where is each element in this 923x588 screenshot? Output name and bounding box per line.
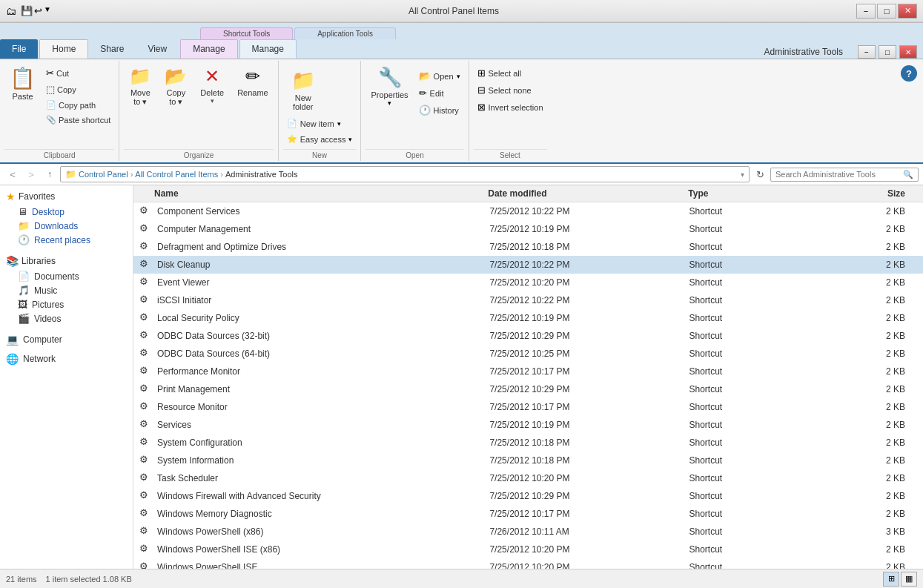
file-row[interactable]: ⚙Performance Monitor7/25/2012 10:17 PMSh… [133, 363, 923, 380]
copy-to-button[interactable]: 📂 Copy to ▾ [159, 62, 192, 110]
back-button[interactable]: < [4, 166, 21, 182]
invert-selection-button[interactable]: ⊠ Invert selection [474, 99, 547, 115]
edit-button[interactable]: ✏ Edit [415, 85, 464, 101]
file-size: 2 KB [822, 437, 917, 448]
file-row[interactable]: ⚙Computer Management7/25/2012 10:19 PMSh… [133, 220, 923, 238]
properties-button[interactable]: 🔧 Properties ▾ [365, 62, 413, 110]
paste-shortcut-button[interactable]: 📎 Paste shortcut [42, 113, 114, 127]
file-size: 2 KB [822, 242, 917, 252]
move-to-button[interactable]: 📁 Move to ▾ [124, 62, 156, 110]
sidebar-item-videos[interactable]: 🎬 Videos [0, 311, 133, 326]
file-row[interactable]: ⚙Windows Memory Diagnostic7/25/2012 10:1… [133, 505, 923, 523]
organize-label: Organize [124, 149, 273, 159]
minimize-button[interactable]: − [856, 4, 876, 19]
file-size: 2 KB [822, 206, 917, 217]
details-view-button[interactable]: ⊞ [883, 572, 899, 587]
sidebar-item-computer[interactable]: 💻 Computer [0, 331, 133, 348]
path-all-items[interactable]: All Control Panel Items [135, 170, 218, 179]
undo-button[interactable]: ↩ [34, 5, 42, 16]
copy-label: Copy [57, 85, 76, 94]
sidebar-item-network[interactable]: 🌐 Network [0, 351, 133, 367]
delete-button[interactable]: ✕ Delete ▾ [195, 62, 229, 108]
sub-close[interactable]: ✕ [899, 45, 917, 59]
libraries-header[interactable]: 📚 Libraries [0, 253, 133, 269]
easy-access-button[interactable]: ⭐ Easy access ▾ [283, 132, 357, 146]
tab-view[interactable]: View [136, 39, 179, 59]
file-row[interactable]: ⚙Event Viewer7/25/2012 10:20 PMShortcut2… [133, 274, 923, 291]
select-all-button[interactable]: ⊞ Select all [474, 65, 526, 81]
sidebar-item-desktop[interactable]: 🖥 Desktop [0, 205, 133, 219]
sidebar-item-downloads[interactable]: 📁 Downloads [0, 219, 133, 233]
copy-button[interactable]: ⬚ Copy [42, 82, 114, 97]
tab-home[interactable]: Home [39, 39, 88, 59]
col-size-header[interactable]: Size [821, 188, 917, 199]
search-input[interactable] [775, 170, 900, 179]
edit-label: Edit [430, 89, 444, 98]
ribbon-content: 📋 Paste ✂ Cut ⬚ Copy [0, 59, 923, 164]
favorites-header[interactable]: ★ Favorites [0, 188, 133, 205]
tab-share[interactable]: Share [88, 39, 136, 59]
file-date: 7/25/2012 10:20 PM [489, 544, 689, 555]
path-admin-tools[interactable]: Administrative Tools [225, 170, 298, 179]
file-row[interactable]: ⚙Windows Firewall with Advanced Security… [133, 487, 923, 505]
tab-manage-shortcut[interactable]: Manage [180, 39, 237, 59]
col-name-header[interactable]: Name [154, 188, 488, 199]
rename-button[interactable]: ✏ Rename [232, 62, 274, 101]
close-button[interactable]: ✕ [898, 4, 917, 19]
file-row[interactable]: ⚙Task Scheduler7/25/2012 10:20 PMShortcu… [133, 469, 923, 487]
tab-file[interactable]: File [0, 39, 38, 59]
sub-minimize[interactable]: − [858, 45, 876, 59]
file-row[interactable]: ⚙Resource Monitor7/25/2012 10:17 PMShort… [133, 398, 923, 416]
sub-title-text: Administrative Tools [764, 47, 844, 57]
path-control-panel[interactable]: Control Panel [79, 170, 128, 179]
cut-button[interactable]: ✂ Cut [42, 65, 114, 81]
desktop-icon: 🖥 [18, 206, 27, 217]
large-icons-button[interactable]: ▦ [901, 572, 917, 587]
history-button[interactable]: 🕐 History [415, 102, 464, 118]
file-row[interactable]: ⚙iSCSI Initiator7/25/2012 10:22 PMShortc… [133, 291, 923, 309]
dropdown-arrow[interactable]: ▼ [44, 5, 51, 16]
file-row[interactable]: ⚙Defragment and Optimize Drives7/25/2012… [133, 238, 923, 256]
refresh-button[interactable]: ↻ [752, 166, 768, 182]
help-button[interactable]: ? [901, 65, 917, 82]
file-name: Windows Memory Diagnostic [157, 509, 489, 519]
address-path[interactable]: 📁 Control Panel › All Control Panel Item… [60, 166, 750, 182]
downloads-label: Downloads [34, 221, 78, 231]
col-date-header[interactable]: Date modified [488, 188, 688, 199]
new-folder-button[interactable]: 📁 New folder [283, 65, 323, 115]
open-button[interactable]: 📂 Open ▾ [415, 68, 464, 84]
file-row[interactable]: ⚙Local Security Policy7/25/2012 10:19 PM… [133, 309, 923, 327]
documents-label: Documents [34, 271, 79, 282]
file-row[interactable]: ⚙Component Services7/25/2012 10:22 PMSho… [133, 202, 923, 220]
copy-path-button[interactable]: 📄 Copy path [42, 98, 114, 112]
search-icon[interactable]: 🔍 [903, 170, 913, 179]
file-row[interactable]: ⚙Windows PowerShell (x86)7/26/2012 10:11… [133, 523, 923, 541]
file-row[interactable]: ⚙Disk Cleanup7/25/2012 10:22 PMShortcut2… [133, 256, 923, 274]
sidebar-item-music[interactable]: 🎵 Music [0, 283, 133, 297]
search-box[interactable]: 🔍 [770, 168, 919, 182]
forward-button[interactable]: > [23, 166, 39, 182]
file-row[interactable]: ⚙ODBC Data Sources (32-bit)7/25/2012 10:… [133, 327, 923, 345]
path-folder-icon: 📁 [65, 169, 76, 179]
new-item-button[interactable]: 📄 New item ▾ [283, 116, 345, 131]
maximize-button[interactable]: □ [877, 4, 896, 19]
file-row[interactable]: ⚙ODBC Data Sources (64-bit)7/25/2012 10:… [133, 345, 923, 363]
file-row[interactable]: ⚙System Configuration7/25/2012 10:18 PMS… [133, 434, 923, 452]
libraries-section: 📚 Libraries 📄 Documents 🎵 Music 🖼 Pictur… [0, 253, 133, 326]
paste-button[interactable]: 📋 Paste [4, 62, 41, 105]
col-type-header[interactable]: Type [688, 188, 821, 199]
tab-manage-app[interactable]: Manage [239, 39, 297, 59]
path-dropdown-arrow[interactable]: ▾ [741, 171, 744, 179]
sub-maximize[interactable]: □ [879, 45, 896, 59]
sidebar-item-recent[interactable]: 🕐 Recent places [0, 233, 133, 247]
sidebar-item-pictures[interactable]: 🖼 Pictures [0, 297, 133, 311]
file-type: Shortcut [689, 420, 822, 430]
file-row[interactable]: ⚙System Information7/25/2012 10:18 PMSho… [133, 452, 923, 469]
file-row[interactable]: ⚙Windows PowerShell ISE (x86)7/25/2012 1… [133, 541, 923, 558]
select-none-button[interactable]: ⊟ Select none [474, 82, 535, 98]
sidebar-item-documents[interactable]: 📄 Documents [0, 269, 133, 283]
save-button[interactable]: 💾 [21, 5, 33, 16]
up-button[interactable]: ↑ [42, 166, 58, 182]
file-row[interactable]: ⚙Print Management7/25/2012 10:29 PMShort… [133, 380, 923, 398]
file-row[interactable]: ⚙Services7/25/2012 10:19 PMShortcut2 KB [133, 416, 923, 434]
